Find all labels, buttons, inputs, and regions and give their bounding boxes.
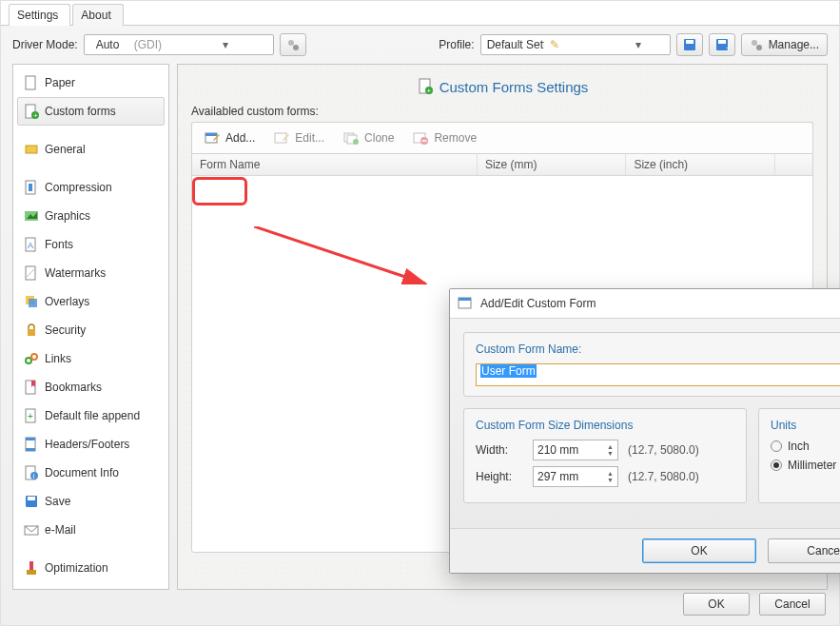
profile-label: Profile:	[439, 38, 474, 51]
watermarks-icon	[24, 265, 39, 281]
edit-form-button[interactable]: Edit...	[265, 127, 333, 149]
custom-form-name-input[interactable]: User Form	[476, 363, 840, 386]
ok-label: OK	[691, 544, 707, 558]
sidebar-item-label: Compression	[45, 181, 112, 194]
links-icon	[24, 351, 39, 366]
tab-label: Settings	[17, 9, 58, 22]
sidebar-item-general[interactable]: General	[17, 135, 165, 164]
headers-footers-icon	[24, 437, 39, 452]
unit-mm-radio[interactable]: Millimeter	[771, 459, 840, 472]
overlays-icon	[24, 294, 39, 309]
clone-form-button[interactable]: Clone	[335, 127, 402, 149]
gears-icon	[750, 38, 763, 51]
sidebar-item-headers-footers[interactable]: Headers/Footers	[17, 430, 165, 459]
radio-selected-icon	[771, 460, 782, 471]
svg-rect-46	[205, 133, 217, 136]
svg-rect-23	[29, 299, 37, 307]
sidebar-item-security[interactable]: Security	[17, 316, 165, 344]
form-remove-icon	[413, 130, 428, 146]
sidebar-item-save[interactable]: Save	[17, 487, 165, 516]
sidebar-item-paper[interactable]: Paper	[17, 68, 165, 97]
dialog-title: Add/Edit Custom Form	[480, 297, 596, 310]
tab-settings[interactable]: Settings	[9, 4, 70, 26]
form-edit-icon	[274, 130, 289, 146]
svg-text:+: +	[33, 111, 38, 119]
sidebar-item-label: Optimization	[45, 561, 108, 575]
svg-rect-41	[27, 570, 36, 575]
dimensions-group-title: Custom Form Size Dimensions	[476, 419, 734, 432]
cancel-label: Cancel	[774, 597, 810, 611]
sidebar-item-graphics[interactable]: Graphics	[17, 202, 165, 230]
optimization-icon	[24, 560, 39, 576]
column-size-inch[interactable]: Size (inch)	[626, 154, 774, 175]
sidebar-item-compression[interactable]: Compression	[17, 173, 165, 202]
svg-point-0	[288, 40, 294, 46]
svg-rect-40	[29, 561, 33, 570]
forms-toolbar: Add... Edit... Clone Remove	[191, 122, 813, 153]
svg-rect-33	[26, 448, 35, 451]
svg-rect-15	[29, 184, 32, 191]
sidebar-item-document-info[interactable]: iDocument Info	[17, 459, 165, 487]
sidebar-item-optimization[interactable]: Optimization	[17, 554, 165, 582]
height-range: (12.7, 5080.0)	[628, 470, 699, 483]
fonts-icon: A	[24, 237, 39, 252]
sidebar-item-custom-forms[interactable]: +Custom forms	[17, 97, 165, 126]
cancel-button[interactable]: Cancel	[759, 593, 826, 616]
svg-point-8	[756, 45, 762, 50]
driver-gear-button[interactable]	[280, 33, 306, 56]
file-append-icon: +	[24, 408, 39, 423]
sidebar-item-bookmarks[interactable]: Bookmarks	[17, 373, 165, 401]
sidebar-item-watermarks[interactable]: Watermarks	[17, 259, 165, 287]
form-clone-icon	[343, 130, 359, 146]
dialog-ok-button[interactable]: OK	[642, 538, 756, 563]
sidebar-item-default-file-append[interactable]: +Default file append	[17, 401, 165, 430]
dialog-cancel-button[interactable]: Cancel	[768, 538, 840, 563]
svg-point-25	[26, 358, 31, 363]
compression-icon	[24, 180, 39, 195]
page-title: + Custom Forms Settings	[191, 74, 813, 105]
mm-label: Millimeter	[788, 459, 836, 472]
sidebar-item-label: Links	[45, 352, 71, 365]
sidebar-item-label: Overlays	[45, 295, 89, 308]
svg-point-1	[293, 45, 299, 50]
svg-rect-9	[26, 76, 35, 89]
add-label: Add...	[225, 131, 255, 145]
sidebar-item-email[interactable]: e-Mail	[17, 516, 165, 544]
paper-plus-icon: +	[24, 104, 39, 119]
form-add-icon	[205, 130, 220, 146]
sidebar-item-label: Save	[45, 495, 70, 508]
column-size-mm[interactable]: Size (mm)	[478, 154, 626, 175]
column-form-name[interactable]: Form Name	[192, 154, 478, 175]
profile-combo[interactable]: Default Settings ✎ ▾	[480, 34, 671, 55]
name-input-value: User Form	[480, 364, 537, 378]
add-form-button[interactable]: Add...	[196, 127, 264, 149]
svg-rect-58	[459, 298, 471, 301]
driver-mode-combo[interactable]: Auto (GDI) ▾	[84, 34, 274, 55]
ok-button[interactable]: OK	[683, 593, 750, 616]
radio-icon	[771, 440, 782, 452]
grid-header: Form Name Size (mm) Size (inch)	[192, 154, 812, 176]
sidebar-item-label: Security	[45, 323, 86, 337]
width-spinner[interactable]: 210 mm▲▼	[533, 440, 618, 460]
profile-save-button[interactable]	[676, 33, 703, 56]
svg-rect-5	[718, 40, 726, 44]
chevron-down-icon: ▾	[607, 38, 670, 51]
sidebar-item-fonts[interactable]: AFonts	[17, 230, 165, 259]
manage-label: Manage...	[769, 38, 819, 51]
manage-button[interactable]: Manage...	[741, 33, 828, 56]
units-group-title: Units	[771, 419, 840, 432]
svg-point-26	[31, 354, 37, 360]
driver-mode-label: Driver Mode:	[12, 38, 78, 51]
edit-label: Edit...	[295, 131, 324, 145]
unit-inch-radio[interactable]: Inch	[771, 440, 840, 453]
gears-icon	[286, 38, 300, 51]
sidebar-item-overlays[interactable]: Overlays	[17, 287, 165, 316]
tab-about[interactable]: About	[72, 4, 123, 26]
width-range: (12.7, 5080.0)	[628, 443, 699, 457]
remove-form-button[interactable]: Remove	[404, 127, 485, 149]
profile-save-as-button[interactable]: +	[709, 33, 735, 56]
sidebar-item-links[interactable]: Links	[17, 344, 165, 373]
svg-text:+: +	[726, 44, 729, 51]
graphics-icon	[24, 208, 39, 224]
height-spinner[interactable]: 297 mm▲▼	[533, 466, 618, 487]
